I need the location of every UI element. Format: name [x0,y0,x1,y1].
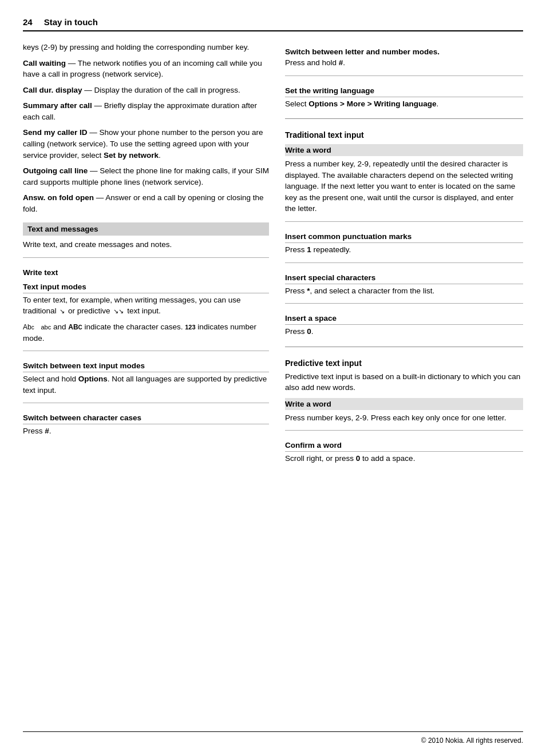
insert-punctuation-section: Insert common punctuation marks Press 1 … [285,221,523,256]
traditional-header: Traditional text input [285,130,523,140]
text-messages-body: Write text, and create messages and note… [23,239,269,250]
call-dur-def: — Display the duration of the call in pr… [82,86,240,94]
text-input-modes-header: Text input modes [23,282,269,293]
predictive-header: Predictive text input [285,359,523,368]
is-body1: Press [285,287,307,295]
confirm-word-header: Confirm a word [285,441,523,452]
copyright-text: © 2010 Nokia. All rights reserved. [421,737,523,745]
abc-upper-icon: ABC [68,323,82,331]
call-dur-display: Call dur. display — Display the duration… [23,85,269,96]
sw-end: . [437,100,439,108]
call-waiting: Call waiting — The network notifies you … [23,58,269,80]
text-messages-label: Text and messages [27,225,98,233]
switch-char-cases-header: Switch between character cases [23,413,269,424]
write-word-body: Press a number key, 2-9, repeatedly unti… [285,158,523,214]
sw-writing: > Writing language [365,100,437,108]
predictive-write-word-header: Write a word [285,398,523,410]
switch-char-cases-body: Press #. [23,425,269,437]
sw-body1: Select [285,100,308,108]
caller-id-end: . [159,151,161,160]
insert-special-body: Press *, and select a character from the… [285,285,523,297]
predictive-arrow-icon: ↘↘ [113,307,124,316]
insert-punctuation-body: Press 1 repeatedly. [285,244,523,256]
page-title: Stay in touch [44,17,98,27]
outgoing-term: Outgoing call line [23,166,88,175]
ip-end: repeatedly. [311,245,351,254]
scc-body: Press [23,427,45,435]
predictive-section: Predictive text input Predictive text in… [285,347,523,464]
scc-end: . [49,427,52,435]
ip-key: 1 [307,245,311,254]
traditional-arrow-icon: ↘ [60,307,65,316]
abc-lower-icon: abc [41,324,51,331]
tim-body3: text input. [127,307,161,315]
switch-char-cases-section: Switch between character cases Press #. [23,403,269,437]
call-dur-term: Call dur. display [23,86,82,94]
caller-id-term: Send my caller ID [23,128,88,137]
cw-body1: Scroll right, or press [285,454,356,463]
write-text-header: Write text [23,268,269,277]
ins-key: 0 [307,327,311,336]
set-writing-header: Set the writing language [285,86,523,97]
confirm-word-section: Confirm a word Scroll right, or press 0 … [285,430,523,464]
confirm-word-body: Scroll right, or press 0 to add a space. [285,453,523,464]
predictive-write-body: Press number keys, 2-9. Press each key o… [285,412,523,424]
call-waiting-term: Call waiting [23,59,66,67]
content-area: keys (2-9) by pressing and holding the c… [23,42,523,720]
answ-term: Answ. on fold open [23,193,94,202]
set-writing-section: Set the writing language Select Options … [285,75,523,110]
cw-body2: to add a space. [360,454,415,463]
page-header: 24 Stay in touch [23,17,523,31]
set-writing-body: Select Options > More > Writing language… [285,98,523,110]
ins-body: Press [285,327,307,336]
page-number: 24 [23,17,33,27]
tim-body2: or predictive [68,307,110,315]
traditional-section: Traditional text input Write a word Pres… [285,118,523,337]
switch-text-modes-body: Select and hold Options. Not all languag… [23,373,269,396]
page: 24 Stay in touch keys (2-9) by pressing … [0,0,546,756]
write-text-section: Write text Text input modes To enter tex… [23,257,269,344]
switch-text-modes-section: Switch between text input modes Select a… [23,351,269,396]
write-word-header: Write a word [285,144,523,156]
insert-space-body: Press 0. [285,326,523,337]
summary-after-call: Summary after call — Briefly display the… [23,100,269,122]
char-cases-line: Abc abc and ABC Abc abc and ABC indicate… [23,321,269,344]
switch-letter-number-section: Switch between letter and number modes. … [285,47,523,69]
stm-options: Options [78,375,108,383]
summary-term: Summary after call [23,101,92,110]
outgoing-call-line: Outgoing call line — Select the phone li… [23,165,269,188]
intro-text: keys (2-9) by pressing and holding the c… [23,42,269,53]
insert-special-section: Insert special characters Press *, and s… [285,262,523,297]
answ-fold-open: Answ. on fold open — Answer or end a cal… [23,192,269,214]
ip-body: Press [285,245,307,254]
num-123-icon: 123 [185,324,195,331]
stm-body1: Select and hold [23,375,78,383]
text-input-modes-body: To enter text, for example, when writing… [23,295,269,317]
sln-end: . [343,58,345,67]
caller-id-link: Set by network [104,151,159,160]
insert-special-header: Insert special characters [285,273,523,284]
insert-space-header: Insert a space [285,314,523,325]
sw-more: > More [338,100,365,108]
predictive-body: Predictive text input is based on a buil… [285,371,523,393]
is-body2: , and select a character from the list. [310,287,435,295]
right-column: Switch between letter and number modes. … [285,42,523,720]
sln-body: Press and hold [285,58,339,67]
text-messages-section-header: Text and messages [23,222,269,236]
ins-end: . [311,327,314,336]
page-footer: © 2010 Nokia. All rights reserved. [23,731,523,745]
sw-options: Options [308,100,338,108]
switch-text-modes-header: Switch between text input modes [23,361,269,372]
left-column: keys (2-9) by pressing and holding the c… [23,42,269,720]
scc-key: # [45,427,49,435]
char-cases-and: and [53,323,68,331]
abc-cap-icon: Abc [23,323,34,331]
switch-letter-number-header: Switch between letter and number modes. [285,47,523,56]
switch-letter-number-body: Press and hold #. [285,57,523,69]
send-caller-id: Send my caller ID — Show your phone numb… [23,127,269,161]
insert-space-section: Insert a space Press 0. [285,303,523,337]
insert-punctuation-header: Insert common punctuation marks [285,232,523,243]
